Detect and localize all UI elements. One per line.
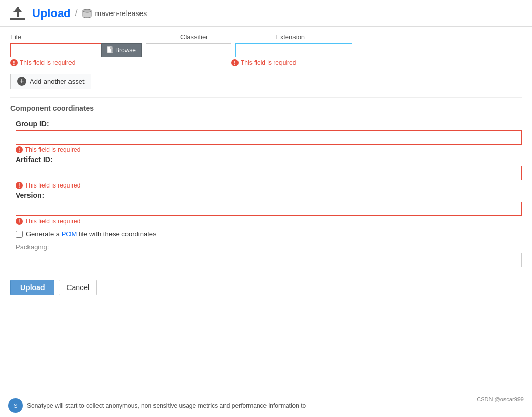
file-label: File bbox=[10, 33, 176, 41]
file-error: ! This field is required bbox=[10, 59, 142, 66]
group-id-error: ! This field is required bbox=[16, 146, 522, 153]
version-input[interactable] bbox=[16, 202, 522, 216]
file-fields-row: Browse ! This field is required ! This f… bbox=[10, 43, 522, 66]
artifact-id-field: Artifact ID: ! This field is required bbox=[16, 155, 522, 189]
svg-point-4 bbox=[83, 9, 91, 12]
extension-error: ! This field is required bbox=[231, 59, 522, 66]
classifier-input[interactable] bbox=[146, 43, 231, 57]
artifact-id-input[interactable] bbox=[16, 166, 522, 180]
artifact-id-error-icon: ! bbox=[16, 182, 23, 189]
plus-icon: + bbox=[17, 77, 26, 86]
artifact-id-error-text: This field is required bbox=[25, 182, 80, 189]
breadcrumb-separator: / bbox=[75, 8, 78, 19]
generate-pom-row: Generate a POM file with these coordinat… bbox=[16, 230, 522, 238]
group-id-error-icon: ! bbox=[16, 146, 23, 153]
svg-rect-0 bbox=[10, 18, 25, 20]
file-field-group: Browse ! This field is required bbox=[10, 43, 142, 66]
svg-marker-2 bbox=[13, 7, 22, 12]
generate-pom-checkbox[interactable] bbox=[16, 231, 23, 238]
extension-field-group: ! This field is required bbox=[231, 43, 522, 66]
file-error-text: This field is required bbox=[20, 59, 75, 66]
repo-icon bbox=[82, 8, 92, 19]
group-id-error-text: This field is required bbox=[25, 146, 80, 153]
page-title: Upload bbox=[32, 7, 71, 20]
artifact-id-error: ! This field is required bbox=[16, 182, 522, 189]
main-content: File Classifier Extension Browse bbox=[0, 27, 532, 310]
file-input[interactable] bbox=[10, 43, 101, 57]
add-asset-button[interactable]: + Add another asset bbox=[10, 74, 91, 89]
browse-button[interactable]: Browse bbox=[101, 43, 142, 57]
version-error-text: This field is required bbox=[25, 218, 80, 225]
packaging-field: Packaging: bbox=[16, 243, 522, 267]
artifact-id-label: Artifact ID: bbox=[16, 155, 522, 164]
repo-name: maven-releases bbox=[95, 9, 147, 18]
version-label: Version: bbox=[16, 191, 522, 199]
packaging-label: Packaging: bbox=[16, 243, 522, 251]
action-buttons: Upload Cancel bbox=[10, 280, 522, 304]
classifier-field-group bbox=[142, 43, 231, 57]
group-id-input[interactable] bbox=[16, 130, 522, 145]
extension-label: Extension bbox=[275, 33, 305, 41]
group-id-label: Group ID: bbox=[16, 120, 522, 128]
file-doc-icon bbox=[107, 46, 113, 55]
coordinates-section: Group ID: ! This field is required Artif… bbox=[10, 120, 522, 267]
generate-pom-label: Generate a POM file with these coordinat… bbox=[26, 230, 156, 238]
field-labels-row: File Classifier Extension bbox=[10, 33, 522, 41]
component-coordinates-title: Component coordinates bbox=[10, 97, 522, 112]
extension-error-icon: ! bbox=[231, 59, 239, 66]
extension-input[interactable] bbox=[235, 43, 352, 57]
pom-link[interactable]: POM bbox=[62, 230, 77, 238]
upload-button[interactable]: Upload bbox=[10, 280, 54, 295]
page-header: Upload / maven-releases bbox=[0, 0, 532, 27]
classifier-label: Classifier bbox=[180, 33, 271, 41]
upload-icon bbox=[8, 4, 27, 23]
packaging-input[interactable] bbox=[16, 253, 522, 267]
extension-error-text: This field is required bbox=[241, 59, 296, 66]
add-asset-label: Add another asset bbox=[30, 78, 85, 85]
cancel-button[interactable]: Cancel bbox=[59, 280, 97, 295]
version-field: Version: ! This field is required bbox=[16, 191, 522, 225]
version-error-icon: ! bbox=[16, 218, 23, 225]
file-error-icon: ! bbox=[10, 59, 18, 66]
version-error: ! This field is required bbox=[16, 218, 522, 225]
browse-label: Browse bbox=[115, 47, 136, 54]
group-id-field: Group ID: ! This field is required bbox=[16, 120, 522, 153]
